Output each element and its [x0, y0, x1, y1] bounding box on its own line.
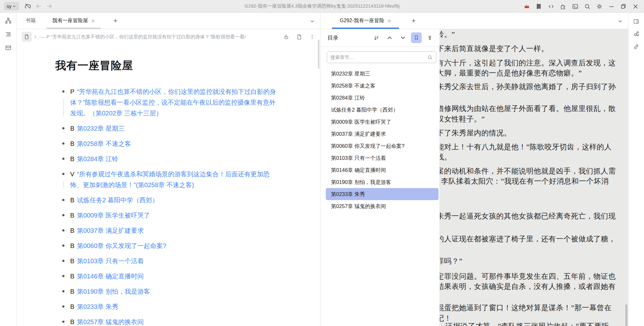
list-item[interactable]: B第0146章 确定直播时间 [55, 271, 278, 282]
toc-item[interactable]: 第0009章 医学生被吓哭了 [326, 116, 439, 128]
toc-item[interactable]: 第0037章 满足扩建要求 [326, 128, 439, 140]
more-kebab-icon[interactable] [309, 34, 315, 40]
item-prefix: B [70, 155, 74, 162]
item-prefix: B [70, 140, 74, 147]
file-icon[interactable] [296, 34, 302, 40]
list-item[interactable]: B第0190章 别怕，我是游客 [55, 286, 278, 297]
bookmark-icon[interactable] [411, 32, 422, 43]
document-title[interactable]: 我有一座冒险屋 [55, 58, 320, 73]
tab-close-icon[interactable] [91, 19, 95, 23]
back-arrow-icon[interactable] [33, 2, 44, 11]
breadcrumb-text[interactable]: ·— P “芳华苑在九江也算不错的小区，你们这里的监控就没有拍下过白影的身体？”… [39, 34, 280, 40]
block-ref-link[interactable]: 第0060章 你又发现了一起命案? [77, 242, 166, 249]
tab-close-icon[interactable] [387, 19, 391, 23]
tab-switch-chevron-icon[interactable] [308, 17, 316, 25]
block-ref-link[interactable]: 第0233章 朱秀 [77, 303, 118, 310]
graph-icon[interactable] [632, 30, 641, 38]
restore-window-icon[interactable] [617, 2, 629, 11]
backlink-icon[interactable] [632, 42, 641, 51]
list-item[interactable]: B第0257章 猛鬼的换衣间 [55, 316, 278, 326]
workspace-button[interactable]: sy [4, 2, 19, 10]
block-ref-link[interactable]: 第0009章 医学生被吓哭了 [77, 212, 150, 219]
bullet-dot [62, 90, 64, 93]
toc-item[interactable]: 第0146章 确定直播时间 [326, 164, 439, 176]
block-ref-link[interactable]: 第0146章 确定直播时间 [77, 273, 144, 280]
unlock-icon[interactable] [283, 34, 289, 40]
minimize-icon[interactable] [605, 2, 617, 11]
tab-books[interactable]: 书籍 [17, 13, 45, 29]
close-window-icon[interactable] [629, 2, 641, 11]
list-item[interactable]: B第0009章 医学生被吓哭了 [55, 210, 278, 221]
list-item[interactable]: B试炼任务2 暮阳中学（西郊） [55, 195, 278, 205]
toc-item[interactable]: 第0232章 星期三 [326, 68, 439, 80]
tab-switch-chevron-icon[interactable] [616, 17, 624, 25]
outline-icon[interactable] [4, 30, 12, 38]
new-tab-button[interactable] [110, 15, 121, 27]
cloud-off-icon[interactable] [22, 2, 33, 11]
block-ref-link[interactable]: 第0103章 只有一个活着 [77, 258, 144, 264]
tab-adventure-house[interactable]: 我有一座冒险屋 [45, 13, 103, 29]
vip-crown-icon[interactable] [521, 2, 533, 11]
chevron-down-icon[interactable] [398, 32, 408, 43]
forward-arrow-icon[interactable] [44, 2, 55, 11]
sort-icon[interactable] [371, 32, 382, 43]
reader-line: 李队揉着太阳穴：“我现在有一个好消息和一个坏消 [441, 176, 609, 186]
new-tab-button[interactable] [408, 15, 419, 27]
dock-right-panel-icon[interactable] [632, 17, 641, 25]
list-item[interactable]: B第0037章 满足扩建要求 [55, 225, 278, 236]
block-ref-link[interactable]: 第0232章 星期三 [77, 125, 124, 132]
tab-books-label: 书籍 [26, 17, 36, 24]
theme-sun-icon[interactable] [593, 2, 605, 11]
block-ref-link[interactable]: 第0257章 猛鬼的换衣间 [77, 318, 144, 325]
search-magnifier-icon[interactable] [427, 55, 433, 60]
toc-item[interactable]: 第0284章 江铃 [326, 92, 439, 104]
toc-item[interactable]: 第0257章 猛鬼的换衣间 [326, 200, 439, 212]
list-item[interactable]: B第0103章 只有一个活着 [55, 256, 278, 266]
toc-item-selected[interactable]: 第0233章 朱秀 [326, 188, 439, 200]
toc-search-input[interactable] [330, 55, 427, 60]
list-item[interactable]: B第0232章 星期三 [55, 123, 278, 134]
item-prefix: B [70, 318, 74, 325]
reader-line: 罪吗？” [440, 256, 462, 266]
list-item[interactable]: P“芳华苑在九江也算不错的小区，你们这里的监控就没有拍下过白影的身体？”陈歌很想… [55, 86, 278, 119]
chevron-up-icon[interactable] [384, 32, 395, 43]
reader-line: 线。 [440, 152, 452, 162]
spotlight-icon[interactable] [424, 32, 435, 43]
list-item[interactable]: B第0233章 朱秀 [55, 301, 278, 312]
list-item[interactable]: B第0060章 你又发现了一起命案? [55, 240, 278, 251]
right-tabbar: G292-我有一座冒险 [320, 13, 628, 29]
inbox-mail-icon[interactable] [4, 44, 12, 52]
toc-item[interactable]: 试炼任务2 暮阳中学（西郊） [326, 104, 439, 116]
reader-line: 朱秀一起逼死女孩的其他女孩都已经离奇死亡，我们现 [440, 211, 616, 221]
reader-line: 借修网线为由站在他屋子外面看了看。他屋里很乱，散 [440, 104, 616, 114]
list-item[interactable]: B第0258章 不速之客 [55, 138, 278, 149]
notebook-icon[interactable] [533, 2, 545, 11]
block-ref-link[interactable]: 第0190章 别怕，我是游客 [77, 288, 150, 295]
list-item[interactable]: B第0284章 江铃 [55, 153, 278, 164]
chevron-right-icon [33, 35, 37, 39]
reader-pane[interactable]: 铃。” 下来后简直就像是变了个人一样。 有六十斤，这引起了我们的注意。深入调查后… [440, 29, 628, 326]
search-icon[interactable] [581, 2, 593, 11]
block-ref-link[interactable]: “芳华苑在九江也算不错的小区，你们这里的监控就没有拍下过白影的身体？”陈歌很想看… [70, 88, 276, 117]
terminal-icon[interactable] [569, 2, 581, 11]
block-ref-link[interactable]: 试炼任务2 暮阳中学（西郊） [77, 197, 158, 204]
toc-item[interactable]: 第0190章 别怕，我是游客 [326, 176, 439, 188]
block-ref-link[interactable]: 第0258章 不速之客 [77, 140, 131, 147]
toc-item[interactable]: 第0258章 不速之客 [326, 80, 439, 92]
tab-g292-label: G292-我有一座冒险 [340, 17, 384, 24]
block-ref-link[interactable]: “所有参观过午夜逃杀和冥婚场景的游客到这边集合！后面还有更加恐怖、更加刺激的场景… [70, 171, 270, 188]
block-ref-link[interactable]: 第0037章 满足扩建要求 [77, 227, 144, 234]
list-item[interactable]: V“所有参观过午夜逃杀和冥婚场景的游客到这边集合！后面还有更加恐怖、更加刺激的场… [55, 169, 278, 190]
document-icon[interactable] [22, 32, 32, 42]
tab-g292-doc[interactable]: G292-我有一座冒险 [330, 13, 401, 29]
plugin-puzzle-icon[interactable] [557, 2, 569, 11]
toc-item[interactable]: 第0060章 你又发现了一起命案? [326, 140, 439, 152]
block-ref-link[interactable]: 第0284章 江铃 [77, 155, 118, 162]
bullet-dot [62, 321, 64, 323]
code-icon[interactable] [545, 2, 557, 11]
left-pane-scrollbar[interactable] [318, 40, 319, 69]
toc-item[interactable]: 第0103章 只有一个活着 [326, 152, 439, 164]
reader-scrollbar[interactable] [625, 304, 627, 326]
reader-line: 结果表明，女孩确实是自杀，没有人推搡，或者跟她有 [440, 282, 616, 291]
file-tree-icon[interactable] [4, 16, 12, 25]
